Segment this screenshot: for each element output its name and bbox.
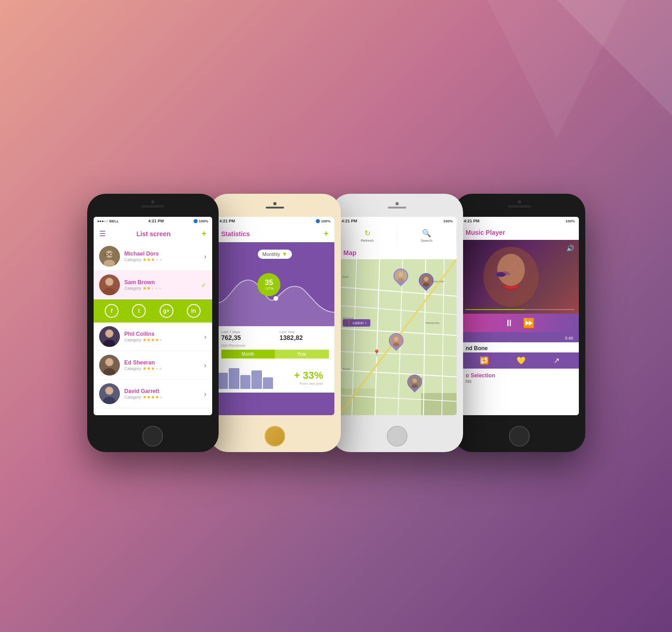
home-button-3[interactable] [387,426,408,447]
battery-4: 100% [565,219,575,223]
map-pin[interactable] [419,273,434,288]
add-icon[interactable]: + [202,229,207,238]
linkedin-icon[interactable]: in [187,304,201,318]
list-item-info: Michael Dors Category ★★★★★ [125,250,204,262]
phone-1-speaker [141,205,164,208]
bubble-value: 35 [265,279,273,286]
list-screen: ●●●○○ BELL 4:21 PM 🔵 100% ☰ List screen … [94,217,212,415]
avatar [99,383,120,404]
time-2: 4:21 PM [220,219,235,223]
list-item-name: Michael Dors [125,250,204,257]
time-3: 4:21 PM [342,219,357,223]
track-name: nd Bone [460,342,579,352]
facebook-icon[interactable]: f [105,304,119,318]
stats-year-value: 1382,82 [280,334,329,341]
location-tag[interactable]: 📍 cation › [343,319,370,327]
googleplus-icon[interactable]: g+ [160,304,173,318]
map-screen: 4:21 PM 100% ↻ Refresh 🔍 Search M [338,217,457,415]
music-actions: 🔁 💛 ↗ [460,352,579,369]
list-item-name: David Garrett [125,388,204,394]
phone-3-speaker [388,207,406,209]
red-map-marker: 📍 [373,349,381,357]
bar [218,373,228,389]
map-area: Doral Hialeah Country Club Richmond Miam… [338,259,457,415]
time-display: 5:40 [460,332,579,342]
phone-3-camera [396,202,399,205]
list-item-info: Phil Collins Category ★★★★★ [125,331,204,342]
retweet-button[interactable]: 🔁 [480,356,489,365]
share-button[interactable]: ↗ [553,356,559,365]
chevron-right-icon: › [204,362,207,369]
svg-text:Palmetto Bay: Palmetto Bay [426,322,440,324]
phone-1: ●●●○○ BELL 4:21 PM 🔵 100% ☰ List screen … [87,194,219,452]
phones-container: ●●●○○ BELL 4:21 PM 🔵 100% ☰ List screen … [87,194,585,452]
list-header: ☰ List screen + [94,225,212,242]
location-label: cation [353,321,364,325]
time-4: 4:21 PM [464,219,480,223]
home-button-4[interactable] [509,426,530,447]
status-bar-1: ●●●○○ BELL 4:21 PM 🔵 100% [94,217,212,225]
phone-3: 4:21 PM 100% ↻ Refresh 🔍 Search M [332,194,463,452]
avatar [99,246,120,267]
graph-area: 35 ↑27% [216,266,334,326]
pause-button[interactable]: ⏸ [505,318,514,328]
growth-display: + 33% From last year [273,370,333,386]
phone-3-screen: 4:21 PM 100% ↻ Refresh 🔍 Search M [338,217,457,415]
map-pin[interactable] [393,268,408,283]
bubble-percent: ↑27% [264,286,274,291]
list-item[interactable]: Phil Collins Category ★★★★★ › [94,322,212,351]
list-item-category: Category ★★★★★ [125,394,204,399]
status-bar-3: 4:21 PM 100% [338,217,457,225]
chevron-right-icon: › [204,333,207,340]
cover-progress [465,309,574,310]
avatar [99,274,120,295]
volume-icon[interactable]: 🔊 [566,244,574,252]
phone-2-screen: 4:21 PM 🔵 100% Statistics + Monthly ▼ [216,217,334,415]
battery: 🔵 100% [193,219,208,223]
bar-chart [218,366,274,389]
search-label: Search [421,238,432,243]
music-screen: 4:21 PM 100% Music Player [460,217,579,415]
refresh-icon: ↻ [364,229,370,238]
status-bar-4: 4:21 PM 100% [460,217,579,225]
list-item-category: Category ★★★★★ [125,257,204,262]
map-title: Map [344,249,357,256]
monthly-dropdown[interactable]: Monthly ▼ [258,250,292,259]
skip-forward-button[interactable]: ⏩ [523,317,535,328]
list-item-category: Category ★★★★★ [125,366,204,371]
net-revenue-label: Net Revenue [221,343,329,348]
list-item-expanded[interactable]: Sam Brown Category ★★★★★ ✓ [94,271,212,299]
stats-bubble: 35 ↑27% [257,273,280,296]
status-bar-2: 4:21 PM 🔵 100% [216,217,334,225]
map-pin[interactable] [389,333,404,348]
refresh-button[interactable]: ↻ Refresh [338,225,398,246]
list-item[interactable]: Ed Sheeran Category ★★★★★ › [94,351,212,380]
growth-percent: + 33% [273,370,329,382]
tab-month[interactable]: Month [221,350,275,358]
map-pin[interactable] [407,375,422,389]
stats-7days-label: Last 7 days [221,330,271,334]
like-button[interactable]: 💛 [517,356,526,365]
home-button-1[interactable] [143,426,163,447]
phone-1-camera [151,200,155,203]
search-button[interactable]: 🔍 Search [397,225,457,246]
phone-1-screen: ●●●○○ BELL 4:21 PM 🔵 100% ☰ List screen … [94,217,212,415]
hamburger-icon[interactable]: ☰ [99,229,106,238]
svg-rect-26 [421,393,457,415]
refresh-label: Refresh [361,238,374,243]
bluetooth-2: 🔵 100% [315,219,331,223]
list-item-name: Sam Brown [125,279,201,286]
list-item[interactable]: David Garrett Category ★★★★★ › [94,380,212,408]
home-button-2[interactable] [265,426,285,447]
twitter-icon[interactable]: t [132,304,146,318]
stats-title: Statistics [221,230,250,238]
tab-year[interactable]: Year [275,350,329,358]
bar [240,375,251,389]
bar [229,368,239,389]
svg-point-60 [497,254,525,286]
location-icon: 📍 [346,321,351,325]
stats-add-icon[interactable]: + [324,229,329,238]
checkmark-icon: ✓ [201,281,207,289]
list-item[interactable]: Michael Dors Category ★★★★★ › [94,242,212,271]
cover-art [474,244,548,309]
